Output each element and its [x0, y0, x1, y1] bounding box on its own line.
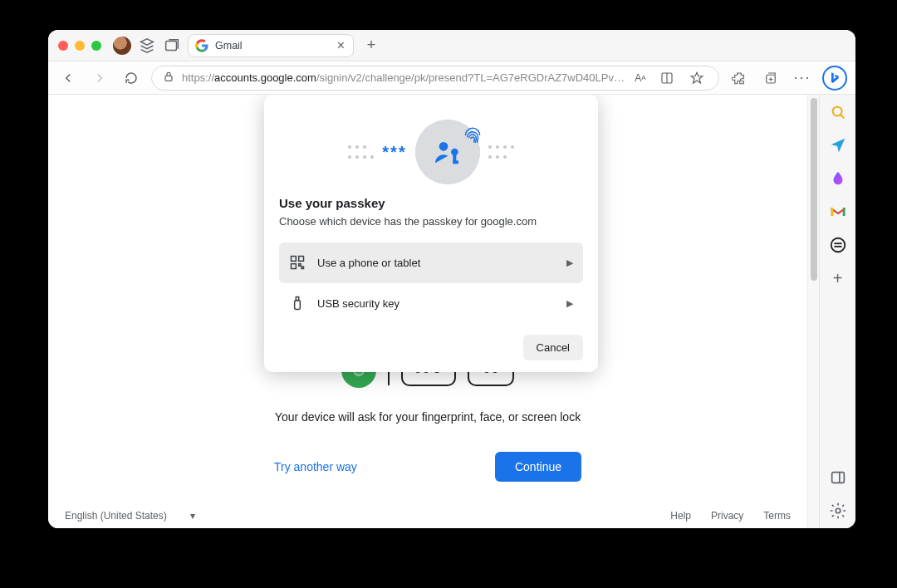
- close-window-icon[interactable]: [58, 41, 68, 51]
- instruction-text: Your device will ask for your fingerprin…: [274, 410, 581, 424]
- svg-rect-10: [453, 160, 458, 164]
- scrollbar-thumb[interactable]: [811, 98, 817, 281]
- gmail-sidebar-icon[interactable]: [829, 203, 847, 221]
- favorite-icon[interactable]: [685, 66, 708, 90]
- vertical-scrollbar[interactable]: [807, 95, 819, 528]
- search-icon[interactable]: [829, 103, 847, 121]
- page-content: ☺ Your device will ask for your fingerpr…: [48, 95, 807, 528]
- window-controls: [58, 41, 101, 51]
- main-area: ☺ Your device will ask for your fingerpr…: [48, 95, 855, 528]
- option-label: Use a phone or tablet: [317, 257, 555, 269]
- svg-rect-23: [831, 473, 844, 483]
- footer-help-link[interactable]: Help: [670, 510, 691, 522]
- tab-title: Gmail: [215, 40, 331, 51]
- svg-rect-11: [292, 257, 297, 262]
- footer-privacy-link[interactable]: Privacy: [711, 510, 743, 522]
- panel-toggle-icon[interactable]: [829, 468, 847, 487]
- browser-window: Gmail × + https://accounts.google.com/si…: [48, 30, 855, 528]
- more-menu-icon[interactable]: ···: [791, 66, 814, 90]
- chevron-right-icon: ▶: [566, 257, 573, 268]
- page-footer: English (United States) ▾ Help Privacy T…: [48, 503, 807, 528]
- drop-icon[interactable]: [829, 169, 847, 188]
- tab-overview-icon[interactable]: [163, 37, 181, 55]
- footer-terms-link[interactable]: Terms: [763, 510, 791, 522]
- refresh-button[interactable]: [120, 66, 143, 90]
- workspaces-icon[interactable]: [138, 37, 156, 55]
- continue-button[interactable]: Continue: [495, 452, 581, 482]
- svg-rect-1: [165, 76, 172, 81]
- language-label: English (United States): [65, 510, 167, 522]
- svg-point-20: [831, 238, 845, 252]
- burger-icon[interactable]: [829, 236, 847, 254]
- svg-rect-0: [166, 41, 177, 50]
- address-bar[interactable]: https://accounts.google.com/signin/v2/ch…: [151, 66, 719, 91]
- reader-mode-icon[interactable]: [655, 66, 679, 90]
- svg-rect-13: [292, 264, 297, 269]
- fingerprint-icon: [462, 125, 483, 149]
- back-button[interactable]: [56, 66, 80, 90]
- qr-icon: [289, 254, 306, 271]
- option-usb-key[interactable]: USB security key ▶: [279, 283, 583, 323]
- maximize-window-icon[interactable]: [91, 41, 101, 51]
- dropdown-icon: ▾: [190, 510, 195, 522]
- asterisks-icon: ***: [382, 143, 406, 162]
- usb-key-icon: [289, 295, 306, 311]
- google-favicon-icon: [195, 39, 208, 52]
- toolbar: https://accounts.google.com/signin/v2/ch…: [48, 61, 855, 95]
- send-icon[interactable]: [829, 136, 847, 154]
- tab-close-icon[interactable]: ×: [337, 39, 345, 52]
- svg-rect-16: [295, 301, 301, 310]
- dialog-illustration: ***: [264, 95, 598, 194]
- new-tab-button[interactable]: +: [360, 35, 382, 56]
- url-text: https://accounts.google.com/signin/v2/ch…: [182, 71, 625, 84]
- language-selector[interactable]: English (United States) ▾: [65, 510, 195, 522]
- add-sidebar-icon[interactable]: +: [829, 269, 847, 287]
- try-another-way-link[interactable]: Try another way: [274, 460, 357, 473]
- option-phone-tablet[interactable]: Use a phone or tablet ▶: [279, 243, 583, 283]
- dialog-subtitle: Choose which device has the passkey for …: [279, 215, 583, 228]
- settings-icon[interactable]: [829, 502, 847, 520]
- svg-point-25: [836, 508, 841, 513]
- svg-rect-17: [296, 297, 298, 301]
- chevron-right-icon: ▶: [566, 298, 573, 309]
- extensions-icon[interactable]: [728, 66, 751, 90]
- edge-sidebar: +: [819, 95, 855, 528]
- collections-icon[interactable]: [759, 66, 782, 90]
- cancel-button[interactable]: Cancel: [523, 335, 583, 360]
- option-label: USB security key: [317, 297, 555, 310]
- titlebar: Gmail × +: [48, 30, 855, 61]
- browser-tab[interactable]: Gmail ×: [188, 34, 354, 57]
- bing-chat-icon[interactable]: [822, 66, 847, 91]
- svg-rect-12: [299, 257, 304, 262]
- passkey-hero-icon: [415, 120, 480, 184]
- minimize-window-icon[interactable]: [75, 41, 85, 51]
- svg-point-18: [832, 107, 841, 116]
- svg-point-7: [439, 142, 448, 151]
- svg-rect-14: [299, 264, 301, 267]
- svg-line-19: [841, 115, 844, 118]
- forward-button: [88, 66, 111, 90]
- dialog-title: Use your passkey: [279, 196, 583, 210]
- site-lock-icon[interactable]: [162, 70, 175, 86]
- svg-rect-15: [301, 267, 304, 269]
- text-size-icon[interactable]: AA: [632, 66, 649, 90]
- profile-avatar[interactable]: [113, 37, 131, 55]
- passkey-dialog: *** Use your passkey Choose which device…: [264, 95, 598, 372]
